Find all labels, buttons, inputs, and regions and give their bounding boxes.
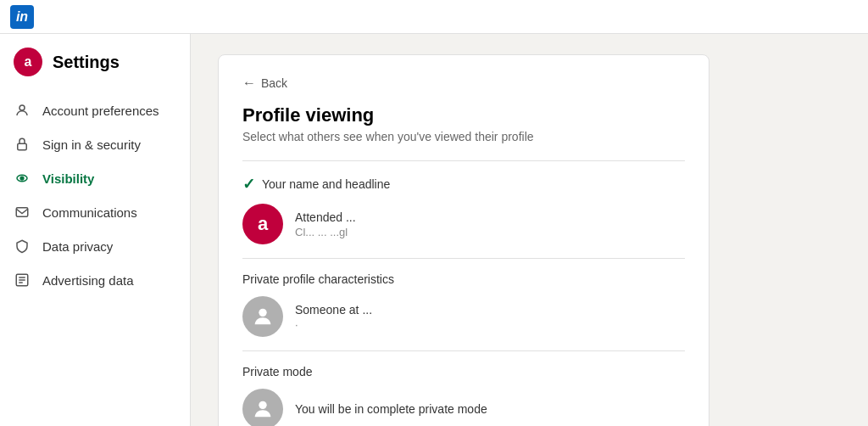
list-icon — [14, 272, 31, 289]
content-panel: ← Back Profile viewing Select what other… — [218, 54, 709, 426]
sidebar-item-label: Visibility — [42, 171, 94, 186]
svg-rect-4 — [16, 208, 28, 217]
svg-rect-1 — [18, 143, 27, 150]
sidebar-item-label: Communications — [42, 205, 137, 220]
eye-icon — [14, 170, 31, 187]
option-row-private-characteristics: Someone at ... · — [242, 296, 685, 337]
back-label: Back — [261, 76, 287, 90]
user-profile-avatar: a — [242, 204, 283, 244]
option-label-private-mode: Private mode — [242, 365, 685, 378]
shield-icon — [14, 238, 31, 255]
check-icon: ✓ — [242, 175, 255, 193]
svg-point-0 — [19, 105, 25, 110]
linkedin-logo: in — [10, 5, 34, 29]
back-arrow-icon: ← — [242, 76, 256, 91]
anon-avatar-characteristics — [242, 296, 283, 337]
sidebar-item-label: Account preferences — [42, 104, 159, 118]
option-private-characteristics[interactable]: Private profile characteristics Someone … — [242, 258, 685, 350]
back-button[interactable]: ← Back — [242, 76, 685, 91]
main-layout: a Settings Account preferences Sign — [0, 34, 868, 426]
option-text-private-characteristics: Someone at ... · — [295, 303, 372, 331]
sidebar-item-communications[interactable]: Communications — [0, 195, 190, 229]
sidebar-item-label: Sign in & security — [42, 137, 141, 152]
option-text-private-mode: You will be in complete private mode — [295, 402, 487, 416]
sidebar-item-label: Advertising data — [42, 273, 134, 288]
lock-icon — [14, 136, 31, 153]
settings-header: a Settings — [0, 48, 190, 93]
sidebar-item-sign-in-security[interactable]: Sign in & security — [0, 127, 190, 161]
svg-point-9 — [259, 309, 266, 317]
settings-title: Settings — [53, 53, 120, 72]
svg-point-3 — [20, 177, 24, 180]
content-area: ← Back Profile viewing Select what other… — [191, 34, 868, 426]
top-bar: in — [0, 0, 868, 34]
person-icon — [14, 102, 31, 119]
option-private-mode[interactable]: Private mode You will be in complete pri… — [242, 350, 685, 426]
sidebar: a Settings Account preferences Sign — [0, 34, 191, 426]
panel-subtitle: Select what others see when you've viewe… — [242, 130, 685, 143]
envelope-icon — [14, 204, 31, 221]
sidebar-item-account-preferences[interactable]: Account preferences — [0, 93, 190, 127]
option-label-private-characteristics: Private profile characteristics — [242, 272, 685, 286]
panel-title: Profile viewing — [242, 104, 685, 126]
sidebar-item-advertising-data[interactable]: Advertising data — [0, 263, 190, 297]
option-row-private-mode: You will be in complete private mode — [242, 389, 685, 426]
anon-avatar-private-mode — [242, 389, 283, 426]
sidebar-item-label: Data privacy — [42, 239, 113, 254]
option-label-name-headline: ✓ Your name and headline — [242, 175, 685, 193]
sidebar-item-visibility[interactable]: Visibility — [0, 161, 190, 195]
option-name-headline[interactable]: ✓ Your name and headline a Attended ... … — [242, 160, 685, 258]
option-row-name-headline: a Attended ... Cl... ... ...gl — [242, 204, 685, 244]
svg-point-10 — [259, 401, 266, 409]
sidebar-item-data-privacy[interactable]: Data privacy — [0, 229, 190, 263]
user-avatar: a — [14, 48, 42, 76]
option-text-name-headline: Attended ... Cl... ... ...gl — [295, 210, 356, 238]
